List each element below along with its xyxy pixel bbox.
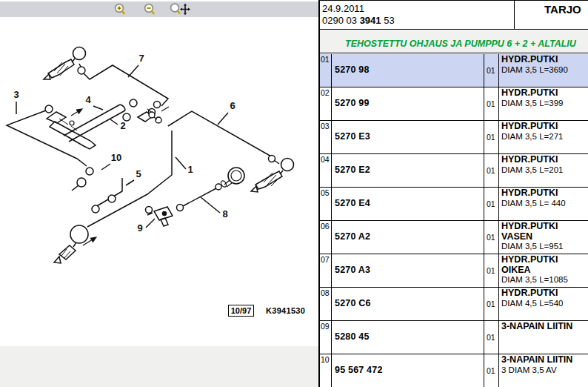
quantity-cell: 01 [484, 54, 499, 87]
table-row[interactable]: 025270 9901HYDR.PUTKIDIAM 3,5 L=399 [320, 87, 588, 121]
parts-table-body: 015270 9801HYDR.PUTKIDIAM 3,5 L=36900252… [320, 54, 588, 387]
description-line: HYDR.PUTKI [501, 155, 588, 165]
description-cell: HYDR.PUTKIDIAM 3,5 L=3690 [499, 54, 588, 87]
part-reference-cell: 5270 A2 [332, 221, 484, 254]
description-cell: HYDR.PUTKIOIKEADIAM 3,5 L=1085 [499, 254, 588, 287]
callout-leader-line [146, 219, 155, 228]
zoom-in-icon [113, 2, 132, 16]
callout-number[interactable]: 4 [85, 94, 91, 105]
description-line: DIAM 3,5 L=399 [501, 99, 588, 109]
callout-number[interactable]: 5 [136, 168, 141, 179]
quantity-cell: 01 [484, 254, 499, 287]
quantity-cell: 01 [484, 121, 499, 153]
part-reference-cell: 5270 C6 [332, 288, 484, 320]
callout-leader-line [128, 65, 138, 77]
description-cell: HYDR.PUTKIVASENDIAM 3,5 L=951 [499, 221, 588, 254]
description-line: DIAM 4,5 L=540 [501, 299, 588, 309]
row-number-cell: 03 [320, 121, 332, 153]
revision-stamp-label: 10/97 [231, 306, 252, 315]
part-reference-cell: 5270 E4 [332, 188, 484, 220]
description-cell: HYDR.PUTKIDIAM 3,5 L=271 [499, 121, 588, 153]
part-reference-cell: 5270 99 [332, 87, 484, 120]
callout-leader-line [176, 157, 186, 169]
callout-leader-line [93, 106, 103, 110]
description-cell: 3-NAPAIN LIITIN3 DIAM 3,5 AV [499, 354, 588, 387]
description-line: HYDR.PUTKI [501, 122, 588, 132]
description-cell: HYDR.PUTKIDIAM 4,5 L=540 [499, 288, 588, 320]
description-line: HYDR.PUTKI [501, 88, 588, 99]
callout-leader-line [218, 113, 228, 125]
revision-stamp: 10/97 [228, 305, 254, 317]
diagram-area: 73426105189 10/97 K3941530 [0, 0, 318, 346]
callout-number[interactable]: 2 [120, 120, 125, 131]
table-row[interactable]: 035270 E301HYDR.PUTKIDIAM 3,5 L=271 [320, 121, 588, 154]
callout-number[interactable]: 6 [230, 100, 235, 111]
callout-leader-line [101, 164, 110, 170]
parts-list-panel: 24.9.2011 0290 03 3941 53 TARJO TEHOSTET… [318, 0, 588, 387]
description-line: DIAM 3,5 L=951 [501, 242, 588, 252]
description-line: DIAM 3,5 L=201 [501, 165, 588, 176]
description-line: DIAM 3,5 L=1085 [501, 275, 588, 285]
zoom-out-button[interactable] [142, 2, 161, 16]
description-line: HYDR.PUTKI [501, 55, 588, 65]
reference-main: 3941 [360, 15, 381, 26]
description-line: HYDR.PUTKI [501, 288, 588, 299]
callout-leader-line [126, 180, 134, 185]
table-row[interactable]: 075270 A301HYDR.PUTKIOIKEADIAM 3,5 L=108… [320, 254, 588, 288]
row-number-cell: 08 [320, 288, 332, 320]
row-number-cell: 07 [320, 254, 332, 287]
table-row[interactable]: 095280 45013-NAPAIN LIITIN [320, 321, 588, 354]
section-title-band: TEHOSTETTU OHJAUS JA PUMPPU 6 + 2 + ALTA… [320, 30, 588, 53]
table-row[interactable]: 1095 567 472013-NAPAIN LIITIN3 DIAM 3,5 … [320, 354, 588, 387]
offer-label: TARJO [515, 1, 588, 30]
description-line: 3 DIAM 3,5 AV [501, 366, 588, 376]
quantity-cell: 01 [484, 321, 499, 354]
zoom-in-button[interactable] [113, 2, 132, 16]
zoom-out-icon [142, 2, 161, 16]
table-row[interactable]: 015270 9801HYDR.PUTKIDIAM 3,5 L=3690 [320, 54, 588, 87]
quantity-cell: 01 [484, 354, 499, 387]
callout-number[interactable]: 9 [137, 222, 142, 234]
description-line: OIKEA [501, 265, 588, 276]
section-title: TEHOSTETTU OHJAUS JA PUMPPU 6 + 2 + ALTA… [345, 39, 576, 49]
bottom-strip [0, 346, 318, 387]
reference-prefix: 0290 03 [322, 15, 357, 26]
zoom-pan-button[interactable] [169, 2, 191, 16]
catalog-header-left: 24.9.2011 0290 03 3941 53 [320, 1, 515, 30]
part-reference-cell: 5270 E3 [332, 121, 484, 153]
callout-number[interactable]: 1 [187, 164, 193, 175]
catalog-date: 24.9.2011 [322, 3, 514, 15]
part-reference-cell: 5270 A3 [332, 254, 484, 287]
table-row[interactable]: 045270 E201HYDR.PUTKIDIAM 3,5 L=201 [320, 154, 588, 188]
diagram-linework [7, 47, 294, 264]
callout-leader-line [110, 119, 118, 125]
diagram-panel: 73426105189 10/97 K3941530 [0, 0, 318, 387]
row-number-cell: 06 [320, 221, 332, 254]
part-reference-cell: 5270 98 [332, 54, 484, 87]
table-row[interactable]: 065270 A201HYDR.PUTKIVASENDIAM 3,5 L=951 [320, 221, 588, 254]
parts-catalog-window: 73426105189 10/97 K3941530 [0, 0, 588, 387]
callout-number[interactable]: 10 [111, 152, 121, 163]
callout-number[interactable]: 3 [13, 89, 19, 100]
callout-number[interactable]: 7 [138, 53, 144, 64]
description-line: 3-NAPAIN LIITIN [501, 355, 588, 366]
row-number-cell: 04 [320, 154, 332, 187]
quantity-cell: 01 [484, 221, 499, 254]
row-number-cell: 09 [320, 321, 332, 354]
callout-leader-line [201, 197, 220, 213]
description-cell: HYDR.PUTKIDIAM 3,5 L=201 [499, 154, 588, 187]
part-reference-cell: 5270 E2 [332, 154, 484, 187]
callout-number[interactable]: 8 [222, 208, 227, 219]
table-row[interactable]: 055270 E401HYDR.PUTKIDIAM 3,5 L= 440 [320, 188, 588, 221]
diagram-toolbar [0, 1, 318, 17]
description-line: VASEN [501, 232, 588, 242]
description-cell: HYDR.PUTKIDIAM 3,5 L= 440 [499, 188, 588, 220]
description-line: HYDR.PUTKI [501, 222, 588, 232]
part-reference-cell: 95 567 472 [332, 354, 484, 387]
description-line: DIAM 3,5 L=3690 [501, 65, 588, 76]
part-reference-cell: 5280 45 [332, 321, 484, 354]
description-line: DIAM 3,5 L= 440 [501, 199, 588, 209]
quantity-cell: 01 [484, 188, 499, 220]
table-row[interactable]: 085270 C601HYDR.PUTKIDIAM 4,5 L=540 [320, 288, 588, 321]
description-line: HYDR.PUTKI [501, 255, 588, 265]
